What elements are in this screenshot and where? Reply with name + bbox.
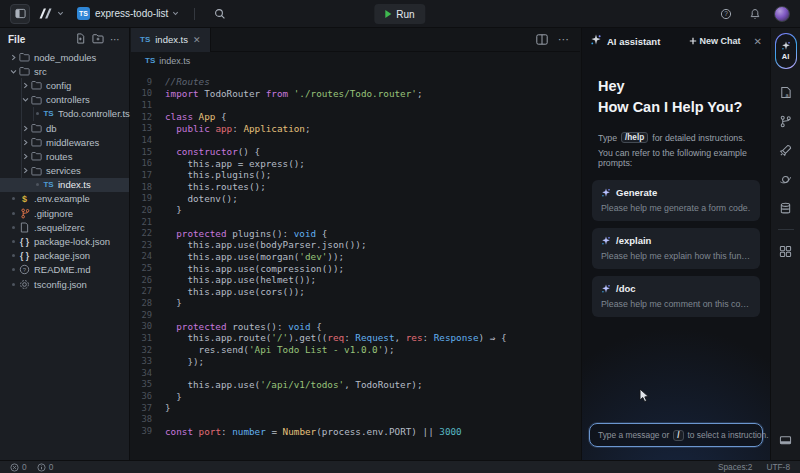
tree-item-config[interactable]: config (0, 78, 129, 92)
code-line-21[interactable]: 21 (131, 216, 580, 228)
tree-item-node-modules[interactable]: node_modules (0, 50, 129, 64)
prompt-card-explain[interactable]: /explainPlease help me explain how this … (592, 228, 760, 269)
code-line-28[interactable]: 28 } (131, 297, 580, 309)
help-command-kbd: /help (621, 132, 648, 143)
editor-more-icon[interactable]: ⋯ (558, 33, 570, 46)
run-button[interactable]: Run (374, 4, 425, 24)
encoding-setting[interactable]: UTF-8 (766, 462, 790, 472)
user-avatar[interactable] (774, 6, 790, 22)
line-number: 36 (131, 391, 165, 401)
planet-icon[interactable] (775, 168, 797, 190)
tree-item-label: config (46, 80, 71, 91)
folder-icon (18, 66, 31, 76)
docs-icon[interactable]: a (775, 81, 797, 103)
tree-item-.env.example[interactable]: $.env.example (0, 192, 129, 206)
prompt-card-doc[interactable]: /docPlease help me comment on this code. (592, 276, 760, 317)
code-line-11[interactable]: 11 (131, 99, 580, 111)
code-line-33[interactable]: 33 }); (131, 355, 580, 367)
breadcrumb[interactable]: TS index.ts (131, 52, 580, 69)
line-number: 16 (131, 158, 165, 168)
tree-item-package.json[interactable]: { }package.json (0, 249, 129, 263)
tree-item-db[interactable]: db (0, 121, 129, 135)
tree-item-label: .sequelizerc (34, 222, 85, 233)
more-options-icon[interactable]: ⋯ (110, 34, 121, 45)
database-icon[interactable] (775, 197, 797, 219)
apps-grid-icon[interactable] (775, 240, 797, 262)
tree-item-.sequelizerc[interactable]: .sequelizerc (0, 220, 129, 234)
file-bullet (32, 183, 42, 186)
ai-assistant-rail-button[interactable]: AI (775, 33, 797, 69)
code-line-9[interactable]: 9//Routes (131, 76, 580, 88)
code-area[interactable]: 9//Routes10import TodoRouter from './rou… (131, 69, 580, 437)
tree-item-services[interactable]: services (0, 164, 129, 178)
tree-item-package-lock.json[interactable]: { }package-lock.json (0, 234, 129, 248)
sidebar-toggle-icon[interactable] (10, 4, 30, 24)
code-line-13[interactable]: 13 public app: Application; (131, 123, 580, 135)
tree-item-README.md[interactable]: ?README.md (0, 263, 129, 277)
prompt-card-Generate[interactable]: GeneratePlease help me generate a form c… (592, 180, 760, 221)
file-bullet (8, 212, 18, 215)
notifications-bell-icon[interactable] (745, 4, 765, 24)
warning-count[interactable]: 0 (37, 462, 54, 472)
code-line-32[interactable]: 32 res.send('Api Todo List - v1.0.0'); (131, 344, 580, 356)
code-line-16[interactable]: 16 this.app = express(); (131, 157, 580, 169)
info-icon (37, 463, 46, 472)
tree-item-label: package.json (34, 250, 90, 261)
project-switcher[interactable]: TS express-todo-list (77, 7, 179, 20)
tree-item-label: .gitignore (34, 208, 73, 219)
code-line-27[interactable]: 27 this.app.use(cors()); (131, 286, 580, 298)
app-logo[interactable] (37, 7, 64, 20)
code-line-17[interactable]: 17 this.plugins(); (131, 169, 580, 181)
tree-item-src[interactable]: src (0, 64, 129, 78)
chevron-expanded-icon[interactable] (8, 68, 18, 75)
chevron-collapsed-icon[interactable] (8, 54, 18, 61)
code-line-15[interactable]: 15 constructor() { (131, 146, 580, 158)
code-line-35[interactable]: 35 this.app.use('/api/v1/todos', TodoRou… (131, 379, 580, 391)
divider (194, 8, 195, 20)
new-folder-icon[interactable] (92, 30, 104, 48)
file-bullet (8, 268, 18, 271)
code-line-38[interactable]: 38 (131, 414, 580, 426)
tree-item-Todo.controller.ts[interactable]: TSTodo.controller.ts (0, 107, 129, 121)
new-file-icon[interactable] (75, 30, 86, 48)
code-line-10[interactable]: 10import TodoRouter from './routes/Todo.… (131, 88, 580, 100)
tree-item-routes[interactable]: routes (0, 149, 129, 163)
help-icon[interactable]: ? (716, 4, 736, 24)
split-editor-icon[interactable] (536, 31, 548, 49)
code-line-36[interactable]: 36 } (131, 390, 580, 402)
code-line-29[interactable]: 29 (131, 309, 580, 321)
rocket-icon[interactable] (775, 139, 797, 161)
new-chat-button[interactable]: New Chat (689, 36, 741, 46)
close-tab-icon[interactable]: ✕ (193, 35, 201, 45)
tab-index-ts[interactable]: TS index.ts ✕ (131, 28, 211, 52)
code-line-30[interactable]: 30 protected routes(): void { (131, 320, 580, 332)
code-line-14[interactable]: 14 (131, 134, 580, 146)
tree-item-controllers[interactable]: controllers (0, 93, 129, 107)
code-line-25[interactable]: 25 this.app.use(compression()); (131, 262, 580, 274)
code-line-12[interactable]: 12class App { (131, 111, 580, 123)
code-line-23[interactable]: 23 this.app.use(bodyParser.json()); (131, 239, 580, 251)
indent-guide (21, 78, 22, 192)
code-line-34[interactable]: 34 (131, 367, 580, 379)
chat-input[interactable]: Type a message or / to select a instruct… (589, 423, 763, 447)
search-icon[interactable] (210, 4, 230, 24)
error-count[interactable]: 0 (10, 462, 27, 472)
tree-item-index.ts[interactable]: TSindex.ts (0, 178, 129, 192)
code-line-19[interactable]: 19 dotenv(); (131, 192, 580, 204)
code-line-39[interactable]: 39const port: number = Number(process.en… (131, 425, 580, 437)
line-number: 23 (131, 240, 165, 250)
tree-item-.gitignore[interactable]: .gitignore (0, 206, 129, 220)
tree-item-tsconfig.json[interactable]: tsconfig.json (0, 277, 129, 291)
code-line-22[interactable]: 22 protected plugins(): void { (131, 227, 580, 239)
code-line-18[interactable]: 18 this.routes(); (131, 181, 580, 193)
indentation-setting[interactable]: Spaces:2 (718, 462, 753, 472)
close-ai-panel-icon[interactable]: ✕ (754, 36, 762, 47)
code-line-26[interactable]: 26 this.app.use(helmet()); (131, 274, 580, 286)
code-line-31[interactable]: 31 this.app.route('/').get((req: Request… (131, 332, 580, 344)
code-line-37[interactable]: 37} (131, 402, 580, 414)
code-line-20[interactable]: 20 } (131, 204, 580, 216)
tree-item-middlewares[interactable]: middlewares (0, 135, 129, 149)
code-line-24[interactable]: 24 this.app.use(morgan('dev')); (131, 251, 580, 263)
monitor-icon[interactable] (775, 430, 797, 452)
git-branch-icon[interactable] (775, 110, 797, 132)
